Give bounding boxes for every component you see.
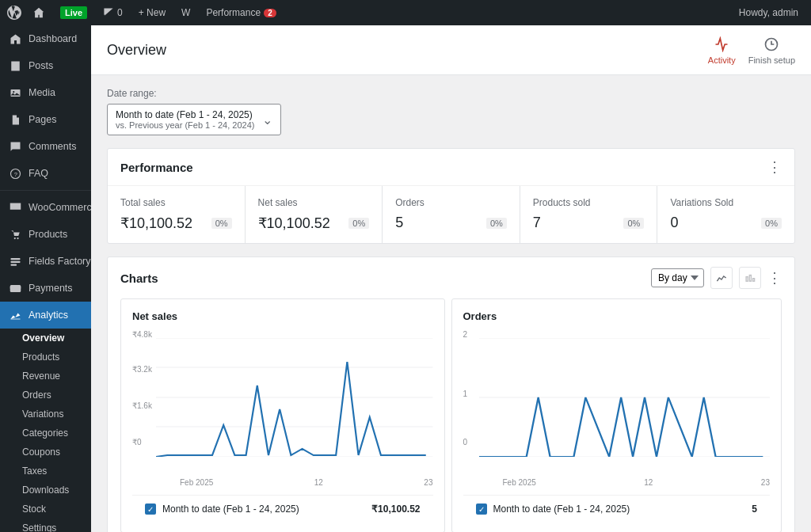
- analytics-sub-revenue[interactable]: Revenue: [8, 367, 91, 386]
- svg-rect-10: [10, 287, 21, 288]
- perf-card-variations: Variations Sold 0 0%: [657, 186, 794, 243]
- performance-section: Performance ⋮ Total sales ₹10,100.52 0% …: [107, 148, 795, 244]
- svg-rect-6: [10, 258, 20, 260]
- admin-bar-woo[interactable]: W: [177, 0, 195, 25]
- net-sales-row: ₹10,100.52 0%: [258, 215, 370, 232]
- analytics-submenu: Overview Products Revenue Orders Variati…: [0, 329, 91, 532]
- woo-icon: [8, 200, 22, 215]
- orders-x-labels: Feb 2025 12 23: [479, 477, 771, 487]
- faq-icon: ?: [8, 166, 22, 180]
- date-range-wrapper: Date range: Month to date (Feb 1 - 24, 2…: [107, 88, 795, 135]
- svg-point-1: [13, 90, 14, 92]
- sidebar-label-comments: Comments: [29, 141, 76, 152]
- charts-header: Charts By day ⋮: [108, 257, 794, 298]
- date-range-text: Month to date (Feb 1 - 24, 2025) vs. Pre…: [116, 109, 254, 130]
- admin-bar-comments[interactable]: 0: [98, 0, 128, 25]
- sidebar-label-pages: Pages: [29, 114, 56, 125]
- by-day-select[interactable]: By day: [651, 268, 704, 287]
- sidebar-item-faq[interactable]: ? FAQ: [0, 160, 91, 187]
- y-label-0: ₹0: [132, 438, 142, 446]
- x-label-23: 23: [424, 478, 432, 487]
- sidebar-item-pages[interactable]: Pages: [0, 106, 91, 133]
- sidebar-label-woocommerce: WooCommerce: [29, 202, 91, 213]
- sidebar-item-analytics[interactable]: Analytics: [0, 302, 91, 329]
- net-sales-chart: Net sales ₹4.8k ₹3.2k ₹1.6k ₹0: [120, 298, 445, 532]
- page-header: Overview Activity Finish setup: [91, 25, 811, 75]
- date-range-select[interactable]: Month to date (Feb 1 - 24, 2025) vs. Pre…: [107, 104, 281, 135]
- analytics-sub-taxes[interactable]: Taxes: [8, 462, 91, 481]
- payments-icon: [8, 281, 22, 295]
- orders-badge: 0%: [486, 218, 507, 229]
- analytics-sub-settings[interactable]: Settings: [8, 519, 91, 532]
- products-sold-label: Products sold: [533, 197, 645, 208]
- analytics-sub-downloads[interactable]: Downloads: [8, 481, 91, 500]
- analytics-sub-coupons[interactable]: Coupons: [8, 443, 91, 462]
- sidebar-item-payments[interactable]: Payments: [0, 275, 91, 302]
- charts-section: Charts By day ⋮: [107, 256, 795, 532]
- finish-setup-button[interactable]: Finish setup: [748, 35, 795, 65]
- performance-badge: 2: [264, 9, 276, 17]
- analytics-sub-variations[interactable]: Variations: [8, 405, 91, 424]
- performance-menu-icon[interactable]: ⋮: [767, 158, 782, 176]
- chart-bar-icon-btn[interactable]: [739, 267, 761, 289]
- analytics-sub-overview[interactable]: Overview: [8, 329, 91, 348]
- page-header-actions: Activity Finish setup: [708, 35, 795, 65]
- orders-legend-checkbox[interactable]: ✓: [476, 504, 487, 515]
- orders-row: 5 0%: [395, 215, 507, 231]
- net-sales-legend-value: ₹10,100.52: [371, 504, 420, 515]
- sidebar-item-products[interactable]: Products: [0, 221, 91, 248]
- chevron-down-icon: ⌄: [262, 112, 272, 127]
- admin-bar-performance[interactable]: Performance 2: [201, 0, 281, 25]
- admin-bar-new[interactable]: + New: [134, 0, 170, 25]
- svg-rect-19: [753, 279, 755, 282]
- sidebar-label-analytics: Analytics: [29, 310, 68, 321]
- net-sales-x-labels: Feb 2025 12 23: [156, 477, 433, 487]
- page-title: Overview: [107, 42, 166, 59]
- x-label-12: 12: [314, 478, 323, 487]
- y-label-1.6k: ₹1.6k: [132, 401, 152, 410]
- sidebar-item-posts[interactable]: Posts: [0, 52, 91, 79]
- wp-logo[interactable]: [6, 5, 22, 21]
- analytics-sub-categories[interactable]: Categories: [8, 424, 91, 443]
- admin-bar-howdy[interactable]: Howdy, admin: [733, 7, 805, 18]
- media-icon: [8, 86, 22, 100]
- admin-bar-home[interactable]: [29, 0, 49, 25]
- perf-card-products-sold: Products sold 7 0%: [520, 186, 658, 243]
- svg-text:?: ?: [13, 170, 17, 177]
- sidebar-item-comments[interactable]: Comments: [0, 133, 91, 160]
- orders-x-label-23: 23: [761, 478, 770, 487]
- analytics-sub-products[interactable]: Products: [8, 348, 91, 367]
- svg-rect-0: [10, 89, 20, 97]
- orders-svg: [479, 338, 771, 457]
- analytics-sub-orders[interactable]: Orders: [8, 386, 91, 405]
- net-sales-legend-checkbox[interactable]: ✓: [145, 504, 156, 515]
- orders-legend-label: Month to date (Feb 1 - 24, 2025): [493, 504, 630, 515]
- svg-rect-18: [749, 276, 751, 282]
- activity-button[interactable]: Activity: [708, 35, 736, 65]
- perf-card-orders: Orders 5 0%: [383, 186, 520, 243]
- sidebar-item-fields-factory[interactable]: Fields Factory: [0, 248, 91, 275]
- content-area: Date range: Month to date (Feb 1 - 24, 2…: [91, 75, 811, 532]
- y-label-4.8k: ₹4.8k: [132, 330, 152, 339]
- chart-line-icon-btn[interactable]: [710, 267, 733, 289]
- sidebar-item-dashboard[interactable]: Dashboard: [0, 25, 91, 52]
- variations-value: 0: [670, 215, 678, 231]
- admin-bar-live[interactable]: Live: [55, 0, 92, 25]
- products-sold-badge: 0%: [623, 218, 644, 229]
- activity-icon: [712, 35, 731, 54]
- charts-menu-icon[interactable]: ⋮: [767, 269, 782, 287]
- net-sales-svg: [156, 338, 433, 457]
- net-sales-value: ₹10,100.52: [258, 215, 330, 232]
- svg-point-4: [13, 237, 15, 238]
- y-label-3.2k: ₹3.2k: [132, 365, 152, 374]
- orders-x-label-12: 12: [644, 478, 653, 487]
- sidebar-label-faq: FAQ: [29, 168, 48, 179]
- sidebar-item-media[interactable]: Media: [0, 79, 91, 106]
- sidebar-item-woocommerce[interactable]: WooCommerce: [0, 194, 91, 221]
- analytics-icon: [8, 308, 22, 322]
- finish-setup-icon: [762, 35, 781, 54]
- date-range-label: Date range:: [107, 88, 795, 99]
- products-sold-value: 7: [533, 215, 541, 231]
- analytics-sub-stock[interactable]: Stock: [8, 500, 91, 519]
- orders-chart-title: Orders: [463, 310, 771, 322]
